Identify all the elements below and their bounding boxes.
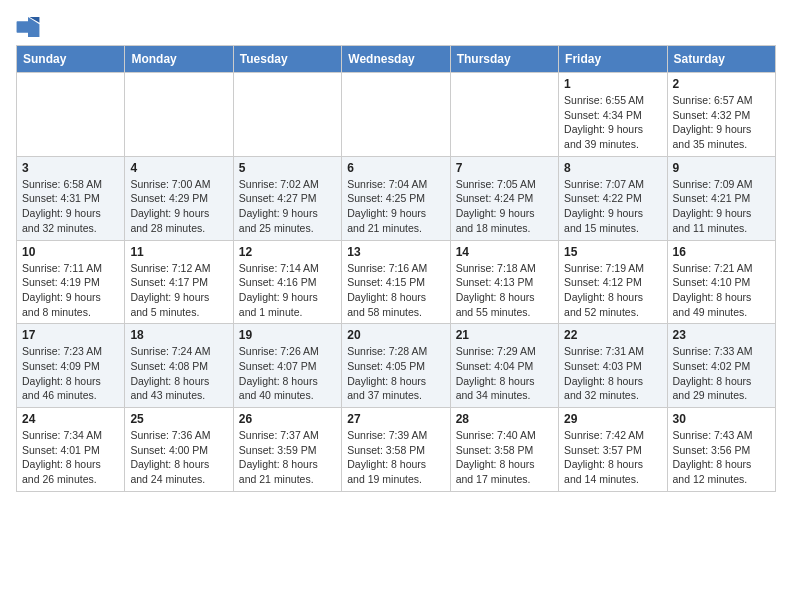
calendar-cell: 7Sunrise: 7:05 AM Sunset: 4:24 PM Daylig…	[450, 156, 558, 240]
day-info: Sunrise: 7:43 AM Sunset: 3:56 PM Dayligh…	[673, 428, 770, 487]
day-number: 26	[239, 412, 336, 426]
calendar-cell: 28Sunrise: 7:40 AM Sunset: 3:58 PM Dayli…	[450, 408, 558, 492]
day-info: Sunrise: 7:34 AM Sunset: 4:01 PM Dayligh…	[22, 428, 119, 487]
day-number: 15	[564, 245, 661, 259]
day-info: Sunrise: 7:11 AM Sunset: 4:19 PM Dayligh…	[22, 261, 119, 320]
week-row-4: 17Sunrise: 7:23 AM Sunset: 4:09 PM Dayli…	[17, 324, 776, 408]
calendar-cell: 27Sunrise: 7:39 AM Sunset: 3:58 PM Dayli…	[342, 408, 450, 492]
day-info: Sunrise: 7:19 AM Sunset: 4:12 PM Dayligh…	[564, 261, 661, 320]
day-info: Sunrise: 7:39 AM Sunset: 3:58 PM Dayligh…	[347, 428, 444, 487]
calendar-cell: 8Sunrise: 7:07 AM Sunset: 4:22 PM Daylig…	[559, 156, 667, 240]
calendar-cell: 21Sunrise: 7:29 AM Sunset: 4:04 PM Dayli…	[450, 324, 558, 408]
calendar-cell: 24Sunrise: 7:34 AM Sunset: 4:01 PM Dayli…	[17, 408, 125, 492]
day-info: Sunrise: 6:55 AM Sunset: 4:34 PM Dayligh…	[564, 93, 661, 152]
day-number: 11	[130, 245, 227, 259]
day-number: 24	[22, 412, 119, 426]
calendar-cell	[233, 73, 341, 157]
day-info: Sunrise: 7:05 AM Sunset: 4:24 PM Dayligh…	[456, 177, 553, 236]
calendar-cell: 9Sunrise: 7:09 AM Sunset: 4:21 PM Daylig…	[667, 156, 775, 240]
day-info: Sunrise: 7:31 AM Sunset: 4:03 PM Dayligh…	[564, 344, 661, 403]
day-number: 1	[564, 77, 661, 91]
day-info: Sunrise: 7:42 AM Sunset: 3:57 PM Dayligh…	[564, 428, 661, 487]
day-number: 14	[456, 245, 553, 259]
calendar: SundayMondayTuesdayWednesdayThursdayFrid…	[16, 45, 776, 492]
calendar-cell: 1Sunrise: 6:55 AM Sunset: 4:34 PM Daylig…	[559, 73, 667, 157]
svg-rect-0	[17, 21, 30, 32]
calendar-cell: 10Sunrise: 7:11 AM Sunset: 4:19 PM Dayli…	[17, 240, 125, 324]
week-row-3: 10Sunrise: 7:11 AM Sunset: 4:19 PM Dayli…	[17, 240, 776, 324]
day-info: Sunrise: 7:21 AM Sunset: 4:10 PM Dayligh…	[673, 261, 770, 320]
weekday-header-friday: Friday	[559, 46, 667, 73]
day-number: 19	[239, 328, 336, 342]
day-number: 27	[347, 412, 444, 426]
calendar-cell	[342, 73, 450, 157]
day-info: Sunrise: 7:23 AM Sunset: 4:09 PM Dayligh…	[22, 344, 119, 403]
day-number: 6	[347, 161, 444, 175]
day-info: Sunrise: 7:09 AM Sunset: 4:21 PM Dayligh…	[673, 177, 770, 236]
weekday-header-saturday: Saturday	[667, 46, 775, 73]
day-number: 12	[239, 245, 336, 259]
calendar-cell	[17, 73, 125, 157]
calendar-cell: 18Sunrise: 7:24 AM Sunset: 4:08 PM Dayli…	[125, 324, 233, 408]
calendar-cell: 6Sunrise: 7:04 AM Sunset: 4:25 PM Daylig…	[342, 156, 450, 240]
day-info: Sunrise: 7:00 AM Sunset: 4:29 PM Dayligh…	[130, 177, 227, 236]
calendar-cell: 15Sunrise: 7:19 AM Sunset: 4:12 PM Dayli…	[559, 240, 667, 324]
calendar-cell: 26Sunrise: 7:37 AM Sunset: 3:59 PM Dayli…	[233, 408, 341, 492]
week-row-1: 1Sunrise: 6:55 AM Sunset: 4:34 PM Daylig…	[17, 73, 776, 157]
calendar-cell: 4Sunrise: 7:00 AM Sunset: 4:29 PM Daylig…	[125, 156, 233, 240]
calendar-cell: 12Sunrise: 7:14 AM Sunset: 4:16 PM Dayli…	[233, 240, 341, 324]
day-number: 5	[239, 161, 336, 175]
day-info: Sunrise: 7:18 AM Sunset: 4:13 PM Dayligh…	[456, 261, 553, 320]
day-info: Sunrise: 7:40 AM Sunset: 3:58 PM Dayligh…	[456, 428, 553, 487]
weekday-header-tuesday: Tuesday	[233, 46, 341, 73]
weekday-header-monday: Monday	[125, 46, 233, 73]
calendar-cell	[125, 73, 233, 157]
day-number: 25	[130, 412, 227, 426]
day-info: Sunrise: 7:36 AM Sunset: 4:00 PM Dayligh…	[130, 428, 227, 487]
day-number: 3	[22, 161, 119, 175]
weekday-header-row: SundayMondayTuesdayWednesdayThursdayFrid…	[17, 46, 776, 73]
calendar-cell: 30Sunrise: 7:43 AM Sunset: 3:56 PM Dayli…	[667, 408, 775, 492]
calendar-cell: 17Sunrise: 7:23 AM Sunset: 4:09 PM Dayli…	[17, 324, 125, 408]
day-number: 18	[130, 328, 227, 342]
week-row-5: 24Sunrise: 7:34 AM Sunset: 4:01 PM Dayli…	[17, 408, 776, 492]
day-info: Sunrise: 7:33 AM Sunset: 4:02 PM Dayligh…	[673, 344, 770, 403]
week-row-2: 3Sunrise: 6:58 AM Sunset: 4:31 PM Daylig…	[17, 156, 776, 240]
day-info: Sunrise: 7:07 AM Sunset: 4:22 PM Dayligh…	[564, 177, 661, 236]
day-number: 28	[456, 412, 553, 426]
day-number: 4	[130, 161, 227, 175]
calendar-cell: 20Sunrise: 7:28 AM Sunset: 4:05 PM Dayli…	[342, 324, 450, 408]
calendar-cell: 3Sunrise: 6:58 AM Sunset: 4:31 PM Daylig…	[17, 156, 125, 240]
calendar-cell: 2Sunrise: 6:57 AM Sunset: 4:32 PM Daylig…	[667, 73, 775, 157]
day-number: 16	[673, 245, 770, 259]
day-number: 23	[673, 328, 770, 342]
day-info: Sunrise: 7:29 AM Sunset: 4:04 PM Dayligh…	[456, 344, 553, 403]
day-number: 17	[22, 328, 119, 342]
calendar-cell: 5Sunrise: 7:02 AM Sunset: 4:27 PM Daylig…	[233, 156, 341, 240]
day-info: Sunrise: 7:28 AM Sunset: 4:05 PM Dayligh…	[347, 344, 444, 403]
day-info: Sunrise: 7:02 AM Sunset: 4:27 PM Dayligh…	[239, 177, 336, 236]
day-number: 29	[564, 412, 661, 426]
weekday-header-wednesday: Wednesday	[342, 46, 450, 73]
day-info: Sunrise: 6:57 AM Sunset: 4:32 PM Dayligh…	[673, 93, 770, 152]
weekday-header-sunday: Sunday	[17, 46, 125, 73]
calendar-cell: 25Sunrise: 7:36 AM Sunset: 4:00 PM Dayli…	[125, 408, 233, 492]
weekday-header-thursday: Thursday	[450, 46, 558, 73]
calendar-cell: 23Sunrise: 7:33 AM Sunset: 4:02 PM Dayli…	[667, 324, 775, 408]
calendar-cell	[450, 73, 558, 157]
day-info: Sunrise: 7:14 AM Sunset: 4:16 PM Dayligh…	[239, 261, 336, 320]
calendar-cell: 29Sunrise: 7:42 AM Sunset: 3:57 PM Dayli…	[559, 408, 667, 492]
header	[16, 16, 776, 37]
calendar-cell: 22Sunrise: 7:31 AM Sunset: 4:03 PM Dayli…	[559, 324, 667, 408]
calendar-cell: 16Sunrise: 7:21 AM Sunset: 4:10 PM Dayli…	[667, 240, 775, 324]
day-info: Sunrise: 6:58 AM Sunset: 4:31 PM Dayligh…	[22, 177, 119, 236]
day-number: 7	[456, 161, 553, 175]
day-info: Sunrise: 7:16 AM Sunset: 4:15 PM Dayligh…	[347, 261, 444, 320]
day-number: 10	[22, 245, 119, 259]
calendar-cell: 11Sunrise: 7:12 AM Sunset: 4:17 PM Dayli…	[125, 240, 233, 324]
day-info: Sunrise: 7:24 AM Sunset: 4:08 PM Dayligh…	[130, 344, 227, 403]
day-number: 30	[673, 412, 770, 426]
day-info: Sunrise: 7:12 AM Sunset: 4:17 PM Dayligh…	[130, 261, 227, 320]
day-info: Sunrise: 7:37 AM Sunset: 3:59 PM Dayligh…	[239, 428, 336, 487]
day-number: 8	[564, 161, 661, 175]
